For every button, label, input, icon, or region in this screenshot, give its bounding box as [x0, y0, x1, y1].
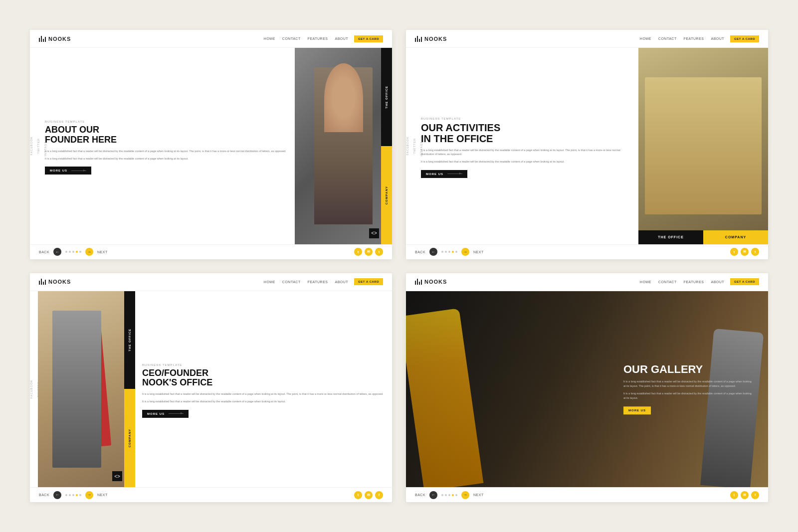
dot-3-1 — [65, 494, 67, 496]
dot-1-3 — [72, 251, 74, 253]
back-label-1: BACK — [39, 250, 49, 254]
main-title-3: CEO/FOUNDERNOOK'S OFFICE — [142, 368, 385, 388]
nav-contact-4[interactable]: CONTACT — [658, 280, 677, 284]
nav-about-2[interactable]: ABOUT — [711, 37, 724, 40]
next-label-1: NEXT — [97, 250, 108, 254]
dot-4-4 — [452, 494, 454, 496]
cta-btn-4[interactable]: GET A CARD — [730, 278, 759, 285]
mail-icon-4[interactable]: ✉ — [741, 491, 749, 499]
back-btn-3[interactable]: ← — [53, 491, 61, 499]
company-label-1: COMPANY — [381, 146, 392, 244]
screenshot-grid: NOOKS HOME CONTACT FEATURES ABOUT GET A … — [0, 0, 798, 532]
nav-features-1[interactable]: FEATURES — [308, 37, 328, 40]
card-body-3: FACEBOOK TWITTER INSTAGRAM THE OFFICE CO… — [30, 291, 392, 488]
next-btn-2[interactable]: → — [461, 248, 469, 256]
next-btn-1[interactable]: → — [85, 248, 93, 256]
next-label-2: NEXT — [473, 250, 484, 254]
dot-1-2 — [69, 251, 71, 253]
back-btn-1[interactable]: ← — [53, 248, 61, 256]
nav-contact-1[interactable]: CONTACT — [282, 37, 301, 40]
dot-3-3 — [72, 494, 74, 496]
the-office-text-2: THE OFFICE — [658, 235, 684, 239]
back-next-4: BACK ← → NEXT — [415, 491, 484, 499]
the-office-text-1: THE OFFICE — [385, 86, 388, 109]
twitter-icon-1[interactable]: t — [354, 248, 362, 256]
gallery-body-4b: It is a long established fact that a rea… — [623, 391, 753, 400]
logo-3: NOOKS — [39, 279, 71, 285]
text-side-3: BUSINESS TEMPLATE CEO/FOUNDERNOOK'S OFFI… — [135, 291, 392, 488]
dots-1 — [65, 251, 81, 253]
nav-about-3[interactable]: ABOUT — [335, 280, 348, 284]
dots-4 — [441, 494, 457, 496]
back-btn-4[interactable]: ← — [429, 491, 437, 499]
company-bottom-2: COMPANY — [703, 230, 768, 244]
back-label-3: BACK — [39, 493, 49, 497]
body-text-2b: It is a long established fact that a rea… — [421, 160, 631, 164]
nav-about-4[interactable]: ABOUT — [711, 280, 724, 284]
cta-btn-3[interactable]: GET A CARD — [354, 278, 383, 285]
next-label-4: NEXT — [473, 493, 484, 497]
nav-contact-2[interactable]: CONTACT — [658, 37, 677, 40]
logo-icon-4 — [415, 279, 422, 285]
body-text-3a: It is a long established fact that a rea… — [142, 392, 385, 396]
fb-icon-2[interactable]: f — [751, 248, 759, 256]
more-us-btn-2[interactable]: MORE US — [421, 170, 467, 178]
twitter-icon-4[interactable]: t — [730, 491, 738, 499]
logo-2: NOOKS — [415, 36, 447, 42]
label-facebook-3[interactable]: FACEBOOK — [30, 379, 33, 398]
mail-icon-2[interactable]: ✉ — [741, 248, 749, 256]
office-label-1: THE OFFICE — [381, 48, 392, 146]
logo-4: NOOKS — [415, 279, 447, 285]
nav-links-1: HOME CONTACT FEATURES ABOUT — [264, 37, 348, 40]
mail-icon-1[interactable]: ✉ — [365, 248, 373, 256]
social-icons-1: t ✉ f — [354, 248, 383, 256]
nav-links-3: HOME CONTACT FEATURES ABOUT — [264, 280, 348, 284]
template-label-2: BUSINESS TEMPLATE — [421, 117, 631, 120]
dot-3-2 — [69, 494, 71, 496]
gallery-body-4a: It is a long established fact that a rea… — [623, 380, 753, 389]
nav-home-2[interactable]: HOME — [640, 37, 651, 40]
dots-3 — [65, 494, 81, 496]
code-icon-1: <> — [369, 228, 379, 238]
label-facebook-1[interactable]: FACEBOOK — [30, 137, 33, 156]
template-label-1: BUSINESS TEMPLATE — [45, 120, 288, 123]
card-footer-2: BACK ← → NEXT t ✉ f — [406, 244, 768, 259]
nav-home-3[interactable]: HOME — [264, 280, 275, 284]
twitter-icon-3[interactable]: t — [354, 491, 362, 499]
fb-icon-3[interactable]: f — [375, 491, 383, 499]
twitter-icon-2[interactable]: t — [730, 248, 738, 256]
dot-4-1 — [441, 494, 443, 496]
label-facebook-2[interactable]: FACEBOOK — [406, 137, 409, 156]
image-labels-1: THE OFFICE COMPANY — [381, 48, 392, 244]
back-btn-2[interactable]: ← — [429, 248, 437, 256]
nav-features-4[interactable]: FEATURES — [684, 280, 704, 284]
template-label-3: BUSINESS TEMPLATE — [142, 363, 385, 366]
nav-contact-3[interactable]: CONTACT — [282, 280, 301, 284]
next-btn-4[interactable]: → — [461, 491, 469, 499]
more-us-btn-3[interactable]: MORE US — [142, 410, 189, 418]
nav-about-1[interactable]: ABOUT — [335, 37, 348, 40]
mail-icon-3[interactable]: ✉ — [365, 491, 373, 499]
nav-home-1[interactable]: HOME — [264, 37, 275, 40]
main-content-1: BUSINESS TEMPLATE ABOUT OURFOUNDER HERE … — [38, 48, 392, 244]
image-side-3: THE OFFICE COMPANY <> — [38, 291, 135, 488]
nav-features-2[interactable]: FEATURES — [684, 37, 704, 40]
fb-icon-4[interactable]: f — [751, 491, 759, 499]
more-us-btn-4[interactable]: MORE US — [623, 406, 651, 414]
fb-icon-1[interactable]: f — [375, 248, 383, 256]
nav-home-4[interactable]: HOME — [640, 280, 651, 284]
card-ceo: NOOKS HOME CONTACT FEATURES ABOUT GET A … — [30, 273, 392, 503]
bottom-img-labels-2: THE OFFICE COMPANY — [638, 230, 768, 244]
card-footer-4: BACK ← → NEXT t ✉ f — [406, 487, 768, 502]
back-next-3: BACK ← → NEXT — [39, 491, 108, 499]
back-label-2: BACK — [415, 250, 425, 254]
next-btn-3[interactable]: → — [85, 491, 93, 499]
logo-icon-3 — [39, 279, 46, 285]
nav-features-3[interactable]: FEATURES — [308, 280, 328, 284]
logo-icon-1 — [39, 36, 46, 42]
more-us-btn-1[interactable]: MORE US — [45, 167, 91, 175]
cta-btn-2[interactable]: GET A CARD — [730, 35, 759, 42]
navbar-1: NOOKS HOME CONTACT FEATURES ABOUT GET A … — [30, 30, 392, 48]
cta-btn-1[interactable]: GET A CARD — [354, 35, 383, 42]
code-icon-3: <> — [112, 471, 122, 481]
